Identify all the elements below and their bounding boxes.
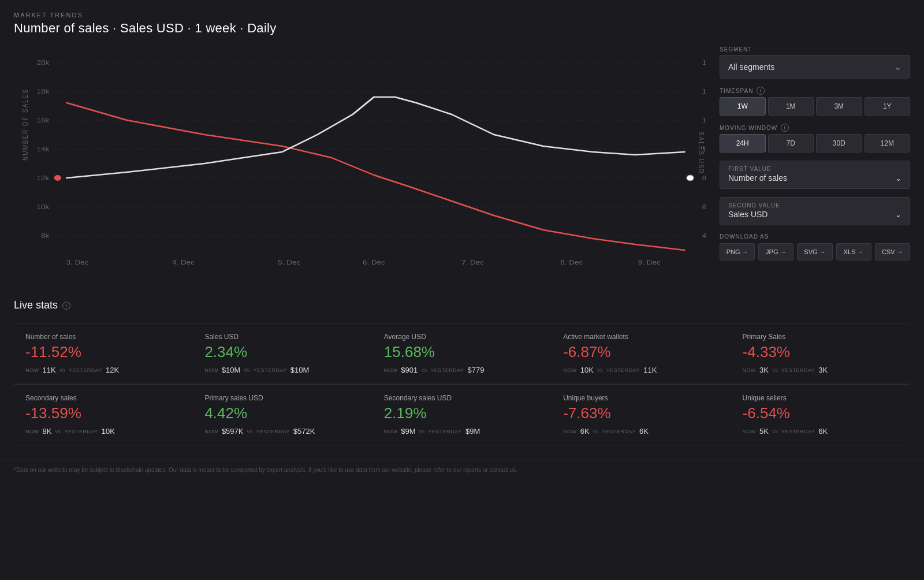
second-value-arrow-icon: ⌄: [895, 210, 901, 219]
stat-label-1-2: Secondary sales USD: [384, 394, 540, 402]
left-panel: MARKET TRENDS Number of sales · Sales US…: [14, 12, 706, 288]
timespan-1m[interactable]: 1M: [768, 97, 814, 116]
first-value-arrow-icon: ⌄: [895, 174, 901, 183]
stat-unique-sellers: Unique sellers -6.54% NOW 5K vs YESTERDA…: [731, 384, 910, 445]
stat-percent-1-2: 2.19%: [384, 404, 540, 422]
page-title: Number of sales · Sales USD · 1 week · D…: [14, 21, 706, 36]
svg-text:16M: 16M: [702, 59, 706, 66]
download-svg[interactable]: SVG →: [797, 243, 832, 261]
stat-label-1-3: Unique buyers: [563, 394, 719, 402]
svg-text:9. Dec: 9. Dec: [638, 259, 661, 266]
timespan-info-icon[interactable]: i: [757, 87, 765, 95]
stat-values-1-3: NOW 6K vs YESTERDAY 6K: [563, 427, 719, 436]
segment-section: Segment All segments ⌄: [720, 46, 910, 79]
timespan-1w[interactable]: 1W: [720, 97, 766, 116]
moving-window-buttons: 24H 7D 30D 12M: [720, 134, 910, 153]
stat-primary-sales: Primary Sales -4.33% NOW 3K vs YESTERDAY…: [731, 323, 910, 384]
window-24h[interactable]: 24H: [720, 134, 766, 153]
download-section: DOWNLOAD AS PNG → JPG → SVG → XLS → CSV …: [720, 233, 910, 261]
live-stats-info-icon[interactable]: i: [62, 302, 70, 310]
download-png[interactable]: PNG →: [720, 243, 755, 261]
moving-window-info-icon[interactable]: i: [781, 124, 789, 132]
stat-values-0-4: NOW 3K vs YESTERDAY 3K: [743, 366, 899, 374]
stat-values-0-3: NOW 10K vs YESTERDAY 11K: [563, 366, 719, 374]
stat-label-1-1: Primary sales USD: [204, 394, 360, 402]
svg-text:8. Dec: 8. Dec: [560, 259, 583, 266]
svg-text:10k: 10k: [36, 203, 50, 211]
live-stats-section: Live stats i Number of sales -11.52% NOW…: [0, 288, 924, 455]
stat-percent-1-1: 4.42%: [204, 404, 360, 422]
second-value: Sales USD: [728, 210, 780, 219]
moving-window-label: MOVING WINDOW i: [720, 124, 910, 132]
stat-values-0-0: NOW 11K vs YESTERDAY 12K: [25, 366, 181, 374]
download-csv[interactable]: CSV →: [875, 243, 910, 261]
svg-text:3. Dec: 3. Dec: [66, 259, 89, 266]
second-value-label: Second value: [728, 202, 780, 209]
footer-note: *Data on our website may be subject to b…: [0, 459, 924, 480]
svg-point-24: [687, 175, 694, 181]
stat-label-1-4: Unique sellers: [743, 394, 899, 402]
stat-number-of-sales: Number of sales -11.52% NOW 11K vs YESTE…: [14, 323, 193, 384]
download-jpg[interactable]: JPG →: [758, 243, 793, 261]
stat-percent-1-0: -13.59%: [25, 404, 181, 422]
stat-sales-usd: Sales USD 2.34% NOW $10M vs YESTERDAY $1…: [193, 323, 372, 384]
stat-values-0-2: NOW $901 vs YESTERDAY $779: [384, 366, 540, 374]
svg-text:SALES USD: SALES USD: [698, 132, 705, 174]
second-value-dropdown[interactable]: Second value Sales USD ⌄: [720, 197, 910, 225]
timespan-buttons: 1W 1M 3M 1Y: [720, 97, 910, 116]
svg-text:18k: 18k: [36, 88, 50, 95]
stat-secondary-sales: Secondary sales -13.59% NOW 8K vs YESTER…: [14, 384, 193, 445]
chart-svg: 20k 18k 16k 14k 12k 10k 8k 16M 14M 12M 1…: [14, 45, 706, 288]
stat-values-1-0: NOW 8K vs YESTERDAY 10K: [25, 427, 181, 436]
svg-text:8M: 8M: [702, 174, 706, 182]
first-value-section: First value Number of sales ⌄: [720, 161, 910, 189]
svg-text:8k: 8k: [41, 232, 50, 240]
stats-row-2: Secondary sales -13.59% NOW 8K vs YESTER…: [14, 384, 910, 445]
download-xls[interactable]: XLS →: [836, 243, 871, 261]
moving-window-section: MOVING WINDOW i 24H 7D 30D 12M: [720, 124, 910, 153]
segment-value: All segments: [728, 62, 774, 72]
first-value-dropdown[interactable]: First value Number of sales ⌄: [720, 161, 910, 189]
timespan-3m[interactable]: 3M: [816, 97, 862, 116]
first-value: Number of sales: [728, 173, 787, 183]
stat-label-1-0: Secondary sales: [25, 394, 181, 402]
svg-text:12k: 12k: [36, 174, 50, 182]
svg-text:4. Dec: 4. Dec: [172, 259, 195, 266]
first-value-label: First value: [728, 166, 787, 172]
window-30d[interactable]: 30D: [816, 134, 862, 153]
svg-text:12M: 12M: [702, 117, 706, 124]
svg-text:6M: 6M: [702, 203, 706, 211]
stat-values-1-4: NOW 5K vs YESTERDAY 6K: [743, 427, 899, 436]
svg-text:14k: 14k: [36, 146, 50, 153]
stat-percent-0-2: 15.68%: [384, 343, 540, 361]
svg-text:6. Dec: 6. Dec: [363, 259, 385, 266]
svg-text:7. Dec: 7. Dec: [461, 259, 484, 266]
chart-container: 20k 18k 16k 14k 12k 10k 8k 16M 14M 12M 1…: [14, 45, 706, 288]
window-7d[interactable]: 7D: [768, 134, 814, 153]
stat-values-1-2: NOW $9M vs YESTERDAY $9M: [384, 427, 540, 436]
svg-text:16k: 16k: [36, 117, 50, 124]
timespan-label: TIMESPAN i: [720, 87, 910, 95]
stats-row-1: Number of sales -11.52% NOW 11K vs YESTE…: [14, 323, 910, 384]
stat-percent-1-4: -6.54%: [743, 404, 899, 422]
timespan-1y[interactable]: 1Y: [865, 97, 911, 116]
stat-percent-0-4: -4.33%: [743, 343, 899, 361]
stat-primary-sales-usd: Primary sales USD 4.42% NOW $597K vs YES…: [193, 384, 372, 445]
svg-text:20k: 20k: [36, 59, 50, 66]
stat-label-0-2: Average USD: [384, 333, 540, 341]
segment-arrow-icon: ⌄: [894, 61, 901, 72]
stat-label-0-3: Active market wallets: [563, 333, 719, 341]
svg-point-23: [54, 175, 61, 181]
stat-active-wallets: Active market wallets -6.87% NOW 10K vs …: [552, 323, 731, 384]
stat-label-0-4: Primary Sales: [743, 333, 899, 341]
app-title: MARKET TRENDS: [14, 12, 706, 18]
segment-dropdown[interactable]: All segments ⌄: [720, 55, 910, 79]
right-panel: Segment All segments ⌄ TIMESPAN i 1W 1M …: [720, 12, 910, 288]
svg-text:NUMBER OF SALES: NUMBER OF SALES: [22, 88, 29, 161]
svg-text:4M: 4M: [702, 232, 706, 240]
window-12m[interactable]: 12M: [865, 134, 911, 153]
stat-label-0-1: Sales USD: [204, 333, 360, 341]
svg-text:14M: 14M: [702, 88, 706, 95]
download-label: DOWNLOAD AS: [720, 233, 910, 240]
stat-average-usd: Average USD 15.68% NOW $901 vs YESTERDAY…: [372, 323, 552, 384]
